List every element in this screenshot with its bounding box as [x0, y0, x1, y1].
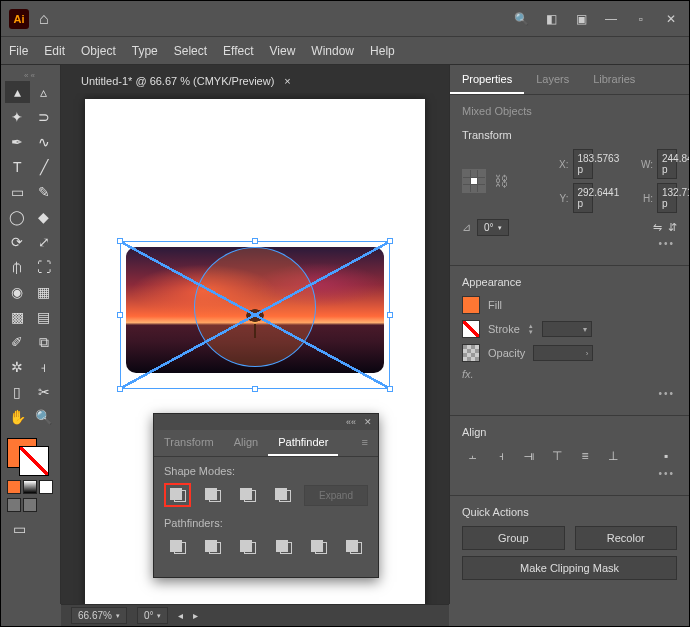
panel-grip[interactable]: «« — [5, 71, 56, 81]
panel-close-icon[interactable]: ✕ — [364, 417, 372, 427]
minus-back-button[interactable] — [341, 535, 368, 559]
zoom-tool[interactable]: 🔍 — [32, 406, 57, 428]
shape-builder-tool[interactable]: ◉ — [5, 281, 30, 303]
resize-handle[interactable] — [387, 312, 393, 318]
menu-file[interactable]: File — [9, 44, 28, 58]
more-options-icon[interactable]: ••• — [462, 386, 677, 401]
line-tool[interactable]: ╱ — [32, 156, 57, 178]
workspace-switcher-icon[interactable]: ▣ — [571, 9, 591, 29]
minus-front-button[interactable] — [199, 483, 226, 507]
menu-object[interactable]: Object — [81, 44, 116, 58]
x-field[interactable]: 183.5763 p — [573, 149, 593, 179]
align-vcenter-icon[interactable]: ≡ — [574, 446, 596, 466]
artboard-tool[interactable]: ▯ — [5, 381, 30, 403]
divide-button[interactable] — [164, 535, 191, 559]
stroke-weight-dropdown[interactable]: ▾ — [542, 321, 592, 337]
menu-edit[interactable]: Edit — [44, 44, 65, 58]
group-button[interactable]: Group — [462, 526, 565, 550]
align-top-icon[interactable]: ⊤ — [546, 446, 568, 466]
expand-button[interactable]: Expand — [304, 485, 368, 506]
rotation-field[interactable]: 0°▾ — [477, 219, 509, 236]
align-hcenter-icon[interactable]: ⫞ — [490, 446, 512, 466]
screen-mode-icon[interactable]: ▭ — [7, 518, 32, 540]
curvature-tool[interactable]: ∿ — [32, 131, 57, 153]
menu-select[interactable]: Select — [174, 44, 207, 58]
document-tab[interactable]: Untitled-1* @ 66.67 % (CMYK/Preview) × — [69, 69, 303, 93]
constrain-proportions-icon[interactable]: ⛓ — [494, 173, 508, 189]
opacity-field[interactable]: › — [533, 345, 593, 361]
color-mode-icon[interactable] — [7, 480, 21, 494]
clipping-mask-button[interactable]: Make Clipping Mask — [462, 556, 677, 580]
menu-view[interactable]: View — [270, 44, 296, 58]
menu-type[interactable]: Type — [132, 44, 158, 58]
app-icon[interactable]: Ai — [9, 9, 29, 29]
tab-align[interactable]: Align — [224, 430, 268, 456]
blend-tool[interactable]: ⧉ — [32, 331, 57, 353]
panel-collapse-icon[interactable]: «« — [346, 417, 356, 427]
trim-button[interactable] — [199, 535, 226, 559]
flip-horizontal-icon[interactable]: ⇋ — [653, 221, 662, 234]
graph-tool[interactable]: ⫞ — [32, 356, 57, 378]
width-tool[interactable]: ⫛ — [5, 256, 30, 278]
resize-handle[interactable] — [117, 238, 123, 244]
shaper-tool[interactable]: ◯ — [5, 206, 30, 228]
draw-behind-icon[interactable] — [23, 498, 37, 512]
w-field[interactable]: 244.8475 p — [657, 149, 677, 179]
close-tab-icon[interactable]: × — [284, 75, 290, 87]
type-tool[interactable]: T — [5, 156, 30, 178]
y-field[interactable]: 292.6441 p — [573, 183, 593, 213]
eraser-tool[interactable]: ◆ — [32, 206, 57, 228]
more-options-icon[interactable]: ••• — [462, 466, 677, 481]
perspective-tool[interactable]: ▦ — [32, 281, 57, 303]
crop-button[interactable] — [270, 535, 297, 559]
more-options-icon[interactable]: ••• — [462, 236, 677, 251]
unite-button[interactable] — [164, 483, 191, 507]
merge-button[interactable] — [235, 535, 262, 559]
align-right-icon[interactable]: ⫣ — [518, 446, 540, 466]
fx-label[interactable]: fx. — [462, 368, 474, 380]
free-transform-tool[interactable]: ⛶ — [32, 256, 57, 278]
flip-vertical-icon[interactable]: ⇵ — [668, 221, 677, 234]
menu-effect[interactable]: Effect — [223, 44, 253, 58]
eyedropper-tool[interactable]: ✐ — [5, 331, 30, 353]
align-bottom-icon[interactable]: ⊥ — [602, 446, 624, 466]
artboard-nav-next-icon[interactable]: ▸ — [193, 610, 198, 621]
panel-menu-icon[interactable]: ≡ — [352, 430, 378, 456]
resize-handle[interactable] — [117, 386, 123, 392]
fill-stroke-swatch[interactable] — [7, 438, 49, 476]
recolor-button[interactable]: Recolor — [575, 526, 678, 550]
symbol-sprayer-tool[interactable]: ✲ — [5, 356, 30, 378]
slice-tool[interactable]: ✂ — [32, 381, 57, 403]
tab-properties[interactable]: Properties — [450, 65, 524, 94]
resize-handle[interactable] — [387, 238, 393, 244]
draw-normal-icon[interactable] — [7, 498, 21, 512]
align-to-icon[interactable]: ▪ — [655, 446, 677, 466]
resize-handle[interactable] — [252, 238, 258, 244]
stroke-weight-stepper[interactable]: ▲▼ — [528, 323, 534, 335]
lasso-tool[interactable]: ⊃ — [32, 106, 57, 128]
hand-tool[interactable]: ✋ — [5, 406, 30, 428]
resize-handle[interactable] — [387, 386, 393, 392]
direct-selection-tool[interactable]: ▵ — [32, 81, 57, 103]
none-mode-icon[interactable] — [39, 480, 53, 494]
h-field[interactable]: 132.7119 p — [657, 183, 677, 213]
align-left-icon[interactable]: ⫠ — [462, 446, 484, 466]
arrange-docs-icon[interactable]: ◧ — [541, 9, 561, 29]
home-icon[interactable]: ⌂ — [39, 10, 49, 28]
rotate-view-field[interactable]: 0°▾ — [137, 607, 169, 624]
search-icon[interactable]: 🔍 — [511, 9, 531, 29]
rotate-tool[interactable]: ⟳ — [5, 231, 30, 253]
tab-transform[interactable]: Transform — [154, 430, 224, 456]
opacity-swatch[interactable] — [462, 344, 480, 362]
paintbrush-tool[interactable]: ✎ — [32, 181, 57, 203]
magic-wand-tool[interactable]: ✦ — [5, 106, 30, 128]
artboard-nav-prev-icon[interactable]: ◂ — [178, 610, 183, 621]
pen-tool[interactable]: ✒ — [5, 131, 30, 153]
minimize-icon[interactable]: — — [601, 9, 621, 29]
menu-window[interactable]: Window — [311, 44, 354, 58]
reference-point[interactable] — [462, 169, 490, 193]
selected-artwork[interactable] — [120, 241, 390, 389]
menu-help[interactable]: Help — [370, 44, 395, 58]
close-window-icon[interactable]: ✕ — [661, 9, 681, 29]
selection-tool[interactable]: ▴ — [5, 81, 30, 103]
